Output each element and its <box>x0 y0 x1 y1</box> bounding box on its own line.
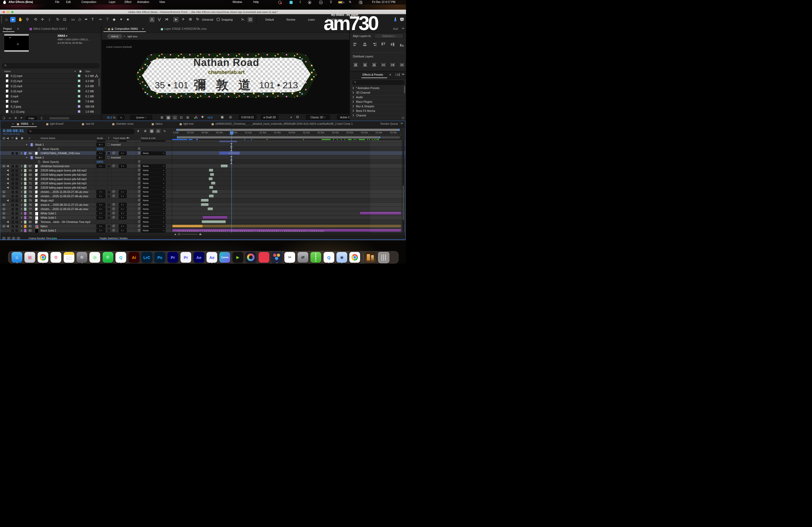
layer-name[interactable]: Black Solid 2 <box>41 229 56 232</box>
tab-libraries-partial[interactable]: Lib <box>395 73 399 76</box>
layer-duration-bar[interactable] <box>201 199 209 202</box>
trkmat-pickwhip-icon[interactable]: @ <box>112 216 115 219</box>
tab-project[interactable]: Project <box>3 27 12 30</box>
layer-name[interactable]: 23528 falling paper boxes pile-full.mp3 <box>41 178 86 181</box>
breadcrumb-back-icon[interactable]: ‹ <box>124 35 125 38</box>
adjustment-icon[interactable]: ✒ <box>20 117 23 119</box>
timeline-layer-row[interactable]: ❯79White Solid 1I∨@I∨@None∨ <box>0 215 405 220</box>
workspace-tab-default[interactable]: Default <box>265 18 274 21</box>
layer-color-swatch[interactable] <box>24 195 27 198</box>
move-axis-icon[interactable]: ✛ <box>180 17 186 21</box>
solo-box[interactable] <box>12 216 14 219</box>
expand-chevron-icon[interactable]: ❯ <box>21 174 23 176</box>
effects-search-field[interactable]: ⚲ <box>352 80 404 85</box>
trkmat-dropdown[interactable]: I∨ <box>119 211 127 215</box>
zoom-tool-icon[interactable]: ⚲ <box>25 17 30 21</box>
timeline-tab[interactable]: u9484918432_Christmas_ … _detailed_hand_… <box>215 122 352 125</box>
mask-color-swatch[interactable] <box>30 156 33 160</box>
parent-pickwhip-icon[interactable]: @ <box>138 225 141 227</box>
menu-item-effect[interactable]: Effect <box>125 1 131 3</box>
menu-item-file[interactable]: File <box>55 1 59 3</box>
layer-duration-bar[interactable] <box>209 169 213 172</box>
region-of-interest-icon[interactable]: ⊡ <box>179 115 184 120</box>
layer-color-swatch[interactable] <box>24 199 27 202</box>
align-right-button[interactable] <box>372 42 376 46</box>
project-search-field[interactable]: ⚲ <box>2 63 99 68</box>
timeline-layer-row[interactable]: ❯7123528 falling paper boxes pile-full.m… <box>0 181 405 185</box>
layer-duration-bar[interactable] <box>221 165 228 167</box>
text-tool-icon[interactable]: T <box>90 17 95 21</box>
lock-box[interactable] <box>16 204 18 206</box>
preserve-transparency-box[interactable] <box>108 152 110 154</box>
lock-box[interactable] <box>16 152 18 154</box>
snapshot-camera-icon[interactable]: ▣ <box>221 115 224 119</box>
timeline-tab-menu-icon[interactable]: ≡ <box>32 122 33 125</box>
stamp-tool-icon[interactable]: ⊤ <box>105 17 110 21</box>
dock-item-photos[interactable]: ✿ <box>50 252 61 263</box>
preserve-transparency-box[interactable] <box>108 195 110 197</box>
parent-link-dropdown[interactable]: None∨ <box>141 194 166 198</box>
input-source-icon[interactable]: A <box>319 1 322 4</box>
effects-category-row[interactable]: ❯Boris FX Mocha <box>350 109 405 114</box>
layer-color-swatch[interactable] <box>24 186 27 190</box>
layer-mode-dropdown[interactable]: I∨ <box>97 203 105 207</box>
workspace-tab-review[interactable]: Review <box>287 18 295 21</box>
timeline-search-field[interactable]: ⚲ <box>27 129 134 134</box>
thumbnail-size-slider[interactable] <box>49 117 69 119</box>
project-file-row[interactable]: 0_1 (1).png1.6 MB <box>0 109 101 114</box>
distribute-top-button[interactable] <box>353 63 358 67</box>
trkmat-pickwhip-icon[interactable]: @ <box>112 207 115 210</box>
dock-item-keka-zip[interactable] <box>310 252 321 263</box>
align-v-center-button[interactable] <box>390 42 395 46</box>
solo-box[interactable] <box>12 212 14 215</box>
delete-item-icon[interactable]: ▯ <box>41 117 42 119</box>
layer-name[interactable]: 23528 falling paper boxes pile-full.mp3 <box>41 169 86 172</box>
dock-item-system-settings[interactable]: ⚙ <box>76 252 87 263</box>
distribute-bottom-button[interactable] <box>372 63 376 67</box>
align-bottom-button[interactable] <box>400 42 404 46</box>
layer-duration-bar[interactable] <box>202 220 226 223</box>
zoom-slider-knob[interactable] <box>178 233 180 235</box>
menu-item-help[interactable]: Help <box>253 1 259 3</box>
dock-item-creative-cloud[interactable] <box>245 252 256 263</box>
dock-item-chrome[interactable] <box>38 252 48 263</box>
right-tabs-overflow-icon[interactable]: ≫ <box>402 27 404 30</box>
menu-item-view[interactable]: View <box>159 1 165 3</box>
expand-chevron-icon[interactable]: ❯ <box>21 152 23 154</box>
layer-color-swatch[interactable] <box>24 229 27 232</box>
preserve-transparency-box[interactable] <box>108 229 110 232</box>
layer-visibility-eye-icon[interactable] <box>2 195 5 197</box>
layer-name[interactable]: fabics <box>41 225 47 228</box>
dock-item-after-effects[interactable]: Ae <box>193 252 204 263</box>
parent-link-dropdown[interactable]: None∨ <box>141 224 166 228</box>
show-snapshot-icon[interactable]: ◎ <box>229 115 232 119</box>
preserve-transparency-box[interactable] <box>108 191 110 193</box>
trkmat-dropdown[interactable]: I∨ <box>119 203 127 207</box>
lock-box[interactable] <box>16 182 18 185</box>
menu-item-edit[interactable]: Edit <box>66 1 71 3</box>
dock-item-photo-booth[interactable]: ◉ <box>336 252 347 263</box>
wifi-icon[interactable] <box>329 1 333 3</box>
solo-box[interactable] <box>12 221 14 223</box>
snap-options-icon[interactable]: ⋋ <box>241 17 245 21</box>
expand-chevron-icon[interactable]: ❯ <box>21 199 23 201</box>
parent-pickwhip-icon[interactable]: @ <box>138 216 141 219</box>
parent-pickwhip-icon[interactable]: @ <box>138 173 141 176</box>
rectangle-tool-icon[interactable]: ▭ <box>70 17 76 21</box>
layer-mode-dropdown[interactable]: I∨ <box>97 216 105 220</box>
puppet-tool-icon[interactable]: ✦ <box>118 17 124 21</box>
apple-menu-icon[interactable] <box>3 1 6 4</box>
layer-color-swatch[interactable] <box>24 207 27 211</box>
renderer-dropdown[interactable]: Classic 3D∨ <box>306 115 330 120</box>
work-area-start[interactable] <box>177 136 178 138</box>
menu-item-animation[interactable]: Animation <box>137 1 149 3</box>
layer-audio-icon[interactable] <box>7 221 10 223</box>
lock-box[interactable] <box>16 225 18 228</box>
layer-visibility-eye-icon[interactable] <box>2 204 5 206</box>
parent-pickwhip-icon[interactable]: @ <box>138 203 141 206</box>
distribute-h-center-button[interactable] <box>390 63 395 67</box>
playhead-line[interactable] <box>231 131 232 232</box>
timeline-layer-row[interactable]: ❯76snow-tr…-2025-08-29-11-27-21-utc.movI… <box>0 202 405 207</box>
trkmat-dropdown[interactable]: I∨ <box>119 151 127 155</box>
timeline-layer-row[interactable]: ❯6923528 falling paper boxes pile-full.m… <box>0 172 405 177</box>
